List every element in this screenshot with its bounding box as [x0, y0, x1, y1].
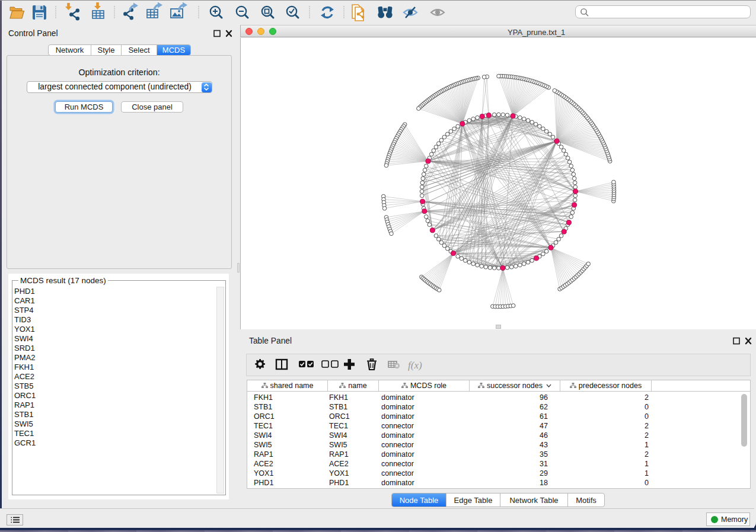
svg-text:f(x): f(x) — [408, 360, 422, 371]
